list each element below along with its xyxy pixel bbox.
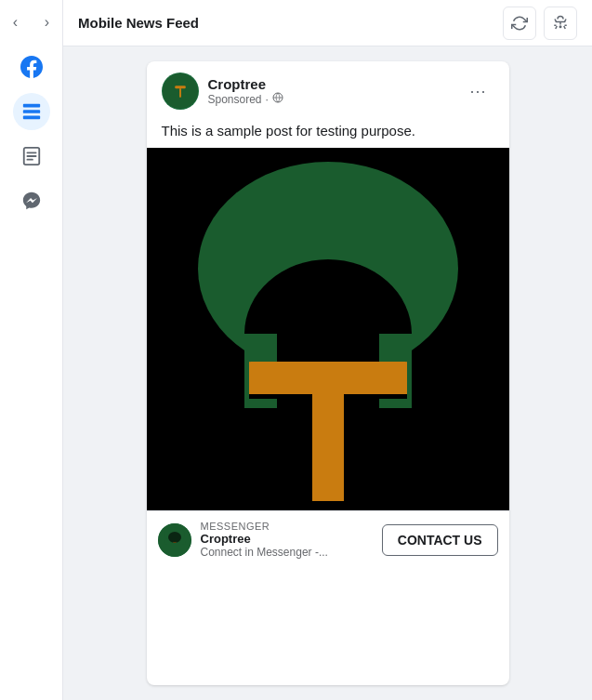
sidebar: ‹ › [0,0,63,700]
top-bar-actions [503,7,577,40]
post-sponsored: Sponsored · [208,92,283,106]
svg-point-28 [168,532,181,543]
more-options-button[interactable]: ··· [462,78,493,105]
svg-rect-2 [22,116,39,120]
svg-rect-6 [26,159,33,161]
page-title: Mobile News Feed [78,15,199,31]
globe-icon [272,92,283,106]
back-button[interactable]: ‹ [3,9,29,35]
svg-rect-20 [249,362,407,399]
top-bar: Mobile News Feed [63,0,592,46]
cta-footer: MESSENGER Croptree Connect in Messenger … [147,510,509,568]
sidebar-item-news-feed[interactable] [13,93,50,130]
sidebar-item-messenger[interactable] [13,182,50,219]
svg-rect-12 [179,88,181,98]
refresh-button[interactable] [503,7,536,40]
svg-rect-4 [26,152,36,153]
cta-name: Croptree [201,532,373,546]
contact-us-button[interactable]: CONTACT US [382,524,498,556]
feed-area: Croptree Sponsored · [63,46,592,700]
svg-rect-23 [344,394,407,399]
cta-avatar [158,523,191,557]
nav-arrows: ‹ › [3,9,60,35]
cta-label: MESSENGER [201,521,373,532]
debug-button[interactable] [544,7,577,40]
sidebar-item-pages[interactable] [13,138,50,175]
svg-rect-11 [175,86,185,88]
post-header-left: Croptree Sponsored · [162,73,283,110]
main-content: Mobile News Feed [63,0,592,700]
sponsored-label: Sponsored [208,93,262,106]
post-header: Croptree Sponsored · [147,61,509,117]
sidebar-item-facebook[interactable] [13,48,50,86]
forward-button[interactable]: › [34,9,60,35]
avatar [162,73,199,110]
svg-rect-21 [312,399,344,501]
svg-rect-5 [26,155,36,157]
cta-info: MESSENGER Croptree Connect in Messenger … [201,521,373,559]
svg-rect-22 [249,394,312,399]
post-meta: Croptree Sponsored · [208,76,283,106]
post-text: This is a sample post for testing purpos… [147,117,509,148]
cta-sub: Connect in Messenger -... [201,546,373,559]
svg-rect-1 [22,110,39,113]
post-image [147,148,509,510]
dot-separator: · [266,93,269,106]
svg-rect-0 [22,104,39,108]
post-card: Croptree Sponsored · [147,61,509,685]
svg-point-7 [559,26,561,28]
post-author: Croptree [208,76,283,92]
